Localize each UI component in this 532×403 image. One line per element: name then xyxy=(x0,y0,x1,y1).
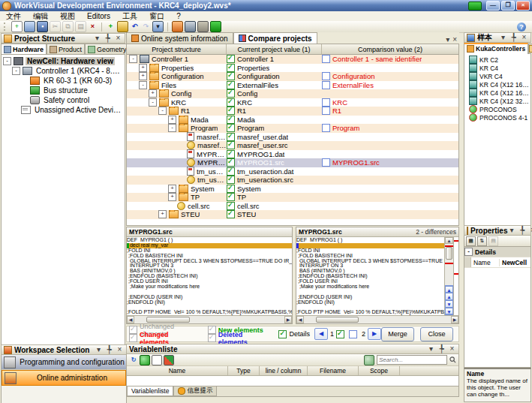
table-row[interactable]: +TP TP xyxy=(127,193,458,202)
close-button[interactable]: Close xyxy=(420,327,453,341)
tree-item-bus[interactable]: Bus structure xyxy=(2,86,125,95)
last-difference-button[interactable]: ▼ xyxy=(445,308,453,315)
chevron-down-icon[interactable]: ▾ xyxy=(499,33,507,42)
printer-icon[interactable] xyxy=(197,21,209,32)
checkbox-checked-icon[interactable] xyxy=(227,202,235,210)
checkbox-checked-icon[interactable] xyxy=(227,167,235,176)
bug-monitor-icon[interactable] xyxy=(172,21,183,32)
chevron-down-icon[interactable]: ▾ xyxy=(507,226,515,235)
export-dropdown-icon[interactable]: ▾ xyxy=(152,21,164,32)
restore-button[interactable]: ❐ xyxy=(501,1,515,11)
project2-checkbox[interactable] xyxy=(349,330,357,338)
chevron-down-icon[interactable]: ▾ xyxy=(427,344,435,353)
list-item[interactable]: KR C4 (X12 16/16/4) xyxy=(464,89,530,97)
merge-button[interactable]: Merge xyxy=(381,327,414,341)
checkbox-checked-icon[interactable] xyxy=(227,141,235,149)
table-row[interactable]: tm_useraction.src tm_useraction.src xyxy=(127,176,458,185)
checkbox-checked-icon[interactable] xyxy=(227,72,235,80)
properties-group-row[interactable]: - Details xyxy=(464,247,530,257)
tab-other-catalog[interactable] xyxy=(528,44,532,53)
list-item[interactable]: KR C4 xyxy=(464,64,530,72)
cut-icon[interactable]: ✂ xyxy=(50,21,61,32)
menu-file[interactable]: 文件 xyxy=(0,11,27,22)
vertical-scrollbar[interactable]: ▲ ▲ ▲ ▼ ▼ xyxy=(444,237,453,315)
menu-help[interactable]: ? xyxy=(170,12,187,20)
variables-filter-icon[interactable] xyxy=(164,355,174,365)
close-icon[interactable]: × xyxy=(448,344,456,353)
checkbox-checked-icon[interactable] xyxy=(227,176,235,184)
property-row-name[interactable]: Name NewCell xyxy=(464,257,530,268)
table-row[interactable]: -Program Program Program xyxy=(127,124,458,133)
redo-icon[interactable]: ↷ xyxy=(141,22,151,32)
tree-item-robot[interactable]: KR 60-3 1 (KR 60-3) xyxy=(2,76,125,86)
checkbox-unchecked-icon[interactable] xyxy=(322,124,330,132)
diff-left-code[interactable]: DEF MYPROG1 ( ) decl real my_var ;FOLD I… xyxy=(127,237,292,315)
tab-message-hints[interactable]: 信息提示 xyxy=(173,386,217,396)
table-row[interactable]: -KRC KRC KRC xyxy=(127,98,458,107)
first-difference-button[interactable]: ▲ xyxy=(445,285,453,293)
expand-icon[interactable]: - xyxy=(3,57,11,65)
scroll-up-icon[interactable]: ▲ xyxy=(445,237,453,244)
scrollbar-thumb[interactable] xyxy=(316,317,359,323)
checkbox-checked-icon[interactable] xyxy=(129,334,137,342)
minimize-button[interactable]: — xyxy=(486,1,500,11)
checkbox-unchecked-icon[interactable] xyxy=(322,158,330,167)
sort-alphabetical-icon[interactable]: ⇅ xyxy=(477,236,487,246)
table-row[interactable]: masref_user.src masref_user.src xyxy=(127,141,458,150)
workspace-item-programming[interactable]: Programming and configuration xyxy=(2,355,126,370)
connect-monitor-icon[interactable] xyxy=(210,21,221,32)
search-icon[interactable] xyxy=(449,356,456,363)
table-row[interactable]: cell.src cell.src xyxy=(127,202,458,211)
undo-icon[interactable]: ↶ xyxy=(130,22,140,32)
property-value[interactable]: NewCell xyxy=(500,259,527,266)
expand-icon[interactable]: + xyxy=(168,116,176,124)
expand-icon[interactable]: - xyxy=(168,124,176,132)
close-icon[interactable]: × xyxy=(528,226,532,235)
tab-hardware[interactable]: Hardware xyxy=(1,44,47,54)
table-row[interactable]: MYPROG1.dat MYPROG1.dat xyxy=(127,150,458,159)
property-pages-icon[interactable]: ▤ xyxy=(488,236,498,246)
checkbox-checked-icon[interactable] xyxy=(227,133,235,141)
expand-icon[interactable]: + xyxy=(168,193,176,201)
menu-editors[interactable]: Editors xyxy=(81,12,116,20)
table-row[interactable]: +Config Config xyxy=(127,89,458,98)
checkbox-checked-icon[interactable] xyxy=(227,193,235,201)
close-icon[interactable]: × xyxy=(116,345,124,354)
diff-right-code[interactable]: DEF MYPROG1 ( ) ;FOLD INI ;FOLD BASISTEC… xyxy=(296,237,444,315)
tree-item-unassigned[interactable]: Unassigned Active Devices xyxy=(2,105,125,115)
pin-icon[interactable]: ╄ xyxy=(104,34,112,43)
expand-icon[interactable]: + xyxy=(158,210,167,218)
table-row[interactable]: +Configuration Configuration Configurati… xyxy=(127,72,458,81)
checkbox-checked-icon[interactable] xyxy=(227,81,235,89)
delete-icon[interactable]: × xyxy=(88,22,98,32)
search-input[interactable] xyxy=(377,355,447,365)
pin-icon[interactable]: ╄ xyxy=(518,226,526,235)
workspace-item-online-administration[interactable]: Online administration xyxy=(2,370,126,386)
tab-product[interactable]: Product xyxy=(47,44,85,54)
copy-icon[interactable]: ⧉ xyxy=(62,21,74,32)
list-item[interactable]: VKR C4 xyxy=(464,72,530,80)
tree-item-safety[interactable]: Safety control xyxy=(2,95,125,105)
tab-kukacontrollers[interactable]: KukaControllers xyxy=(464,43,528,54)
table-row[interactable]: +System System xyxy=(127,185,458,194)
list-item[interactable]: PROCONOS xyxy=(464,105,530,113)
checkbox-unchecked-icon[interactable] xyxy=(322,107,330,115)
list-item[interactable]: KR C4 (X12 32/32/4) xyxy=(464,97,530,105)
diff-overview-ruler[interactable] xyxy=(453,237,458,315)
variables-table-body[interactable] xyxy=(127,376,458,386)
refresh-icon[interactable]: ↻ xyxy=(129,356,138,365)
table-row[interactable]: +STEU STEU xyxy=(127,210,458,219)
categorized-icon[interactable]: ▦ xyxy=(466,236,476,246)
close-button[interactable]: × xyxy=(516,1,530,11)
checkbox-checked-icon[interactable] xyxy=(227,210,235,218)
help-icon[interactable]: ? xyxy=(517,23,526,32)
table-row[interactable]: masref_user.dat masref_user.dat xyxy=(127,133,458,142)
expand-icon[interactable]: - xyxy=(149,98,157,107)
tree-item-newcell[interactable]: - NewCell: Hardware view xyxy=(2,56,125,66)
horizontal-scrollbar[interactable]: ◀ ▶ xyxy=(296,315,458,323)
open-project-icon[interactable] xyxy=(24,21,35,32)
add-icon[interactable]: + xyxy=(106,22,116,32)
first-page-button[interactable]: ◀ xyxy=(314,328,328,340)
table-row[interactable]: +Mada Mada xyxy=(127,116,458,125)
checkbox-unchecked-icon[interactable] xyxy=(322,72,330,80)
